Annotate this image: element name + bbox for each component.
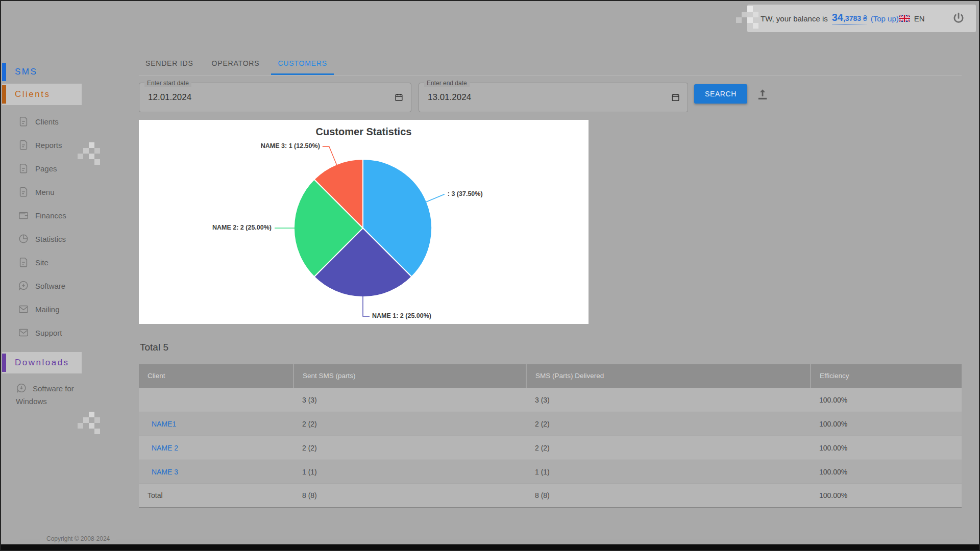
table-header-row: ClientSent SMS (parts)SMS (Parts) Delive… <box>139 364 962 388</box>
wallet-icon <box>18 210 29 221</box>
bottom-strip <box>1 544 979 550</box>
table-row: NAME 31 (1)1 (1)100.00% <box>139 460 962 484</box>
sidebar-item-software[interactable]: Software <box>1 274 139 297</box>
client-link[interactable]: NAME 2 <box>148 444 178 452</box>
copyright-text: Copyright © 2008-2024 <box>46 535 110 542</box>
sidebar-item-label: Software <box>35 282 65 290</box>
client-link[interactable]: NAME1 <box>148 420 176 428</box>
tab-sender-ids[interactable]: SENDER IDS <box>139 53 200 75</box>
sidebar-section-downloads[interactable]: Downloads <box>1 352 139 374</box>
balance-amount: 34 <box>832 12 843 23</box>
efficiency-cell: 100.00% <box>811 388 962 412</box>
sent-cell: 2 (2) <box>293 436 526 460</box>
envelope-icon <box>18 304 29 315</box>
sidebar-downloads-items: Software for Windows <box>1 382 139 408</box>
logout-button[interactable] <box>951 11 966 26</box>
column-header-sent-sms-parts: Sent SMS (parts) <box>293 364 526 388</box>
sidebar-item-site[interactable]: Site <box>1 251 139 274</box>
sidebar: SMS Clients Clients Reports Pages Menu F… <box>1 61 139 408</box>
tab-operators[interactable]: OPERATORS <box>205 53 266 75</box>
delivered-cell: 3 (3) <box>526 388 811 412</box>
tab-bar: SENDER IDSOPERATORSCUSTOMERS <box>139 53 962 76</box>
sidebar-item-software-for-windows[interactable]: Software for Windows <box>1 382 85 408</box>
sidebar-section-clients[interactable]: Clients <box>1 83 139 106</box>
search-button[interactable]: SEARCH <box>694 84 747 104</box>
topbar-account-panel: TW, your balance is 34,3783 ₴ (Top up) E… <box>747 5 976 32</box>
calendar-icon[interactable] <box>671 93 680 103</box>
calendar-icon[interactable] <box>394 93 404 103</box>
pie-chart-svg: : 3 (37.50%)NAME 1: 2 (25.00%)NAME 2: 2 … <box>139 120 589 324</box>
downloads-accent-bar <box>2 354 6 372</box>
document-icon <box>18 257 29 268</box>
pie-label: : 3 (37.50%) <box>448 190 483 197</box>
client-cell: NAME 2 <box>139 436 293 460</box>
efficiency-cell: 100.00% <box>811 484 962 508</box>
column-header-sms-parts-delivered: SMS (Parts) Delivered <box>526 364 811 388</box>
sidebar-item-label: Clients <box>35 117 59 126</box>
balance-fraction: ,3783 <box>843 14 861 22</box>
envelope-icon <box>18 327 29 338</box>
download-bubble-icon <box>18 280 29 291</box>
client-cell: NAME1 <box>139 412 293 436</box>
sidebar-item-mailing[interactable]: Mailing <box>1 297 139 321</box>
language-label: EN <box>914 14 925 23</box>
delivered-cell: 2 (2) <box>526 436 811 460</box>
sidebar-section-sms[interactable]: SMS <box>1 61 139 83</box>
document-icon <box>18 116 29 127</box>
sidebar-items: Clients Reports Pages Menu Finances Stat… <box>1 110 139 344</box>
chart-panel: Customer Statistics : 3 (37.50%)NAME 1: … <box>139 120 589 324</box>
table-row: NAME12 (2)2 (2)100.00% <box>139 412 962 436</box>
clients-accent-bar <box>2 85 6 104</box>
start-date-field[interactable]: Enter start date <box>139 83 411 112</box>
footer-divider <box>116 539 967 539</box>
sent-cell: 8 (8) <box>293 484 526 508</box>
efficiency-cell: 100.00% <box>811 436 962 460</box>
sms-accent-bar <box>2 63 6 81</box>
sidebar-item-label: Site <box>35 258 48 267</box>
table-row: 3 (3)3 (3)100.00% <box>139 388 962 412</box>
client-cell: NAME 3 <box>139 460 293 484</box>
balance-link[interactable]: 34,3783 ₴ <box>832 12 867 25</box>
sent-cell: 2 (2) <box>293 412 526 436</box>
table-row: NAME 22 (2)2 (2)100.00% <box>139 436 962 460</box>
sidebar-item-pages[interactable]: Pages <box>1 157 139 180</box>
pie-label: NAME 3: 1 (12.50%) <box>261 142 320 149</box>
efficiency-cell: 100.00% <box>811 460 962 484</box>
power-icon <box>951 11 966 26</box>
export-button[interactable] <box>755 87 770 101</box>
language-selector[interactable]: EN <box>899 14 925 23</box>
column-header-efficiency: Efficiency <box>811 364 962 388</box>
sidebar-item-label: Finances <box>35 211 66 220</box>
start-date-input[interactable] <box>147 83 351 112</box>
sidebar-item-label: Support <box>35 329 62 337</box>
top-up-link[interactable]: (Top up) <box>871 14 899 23</box>
end-date-field[interactable]: Enter end date <box>419 83 688 112</box>
end-date-input[interactable] <box>427 83 628 112</box>
document-icon <box>18 186 29 197</box>
sidebar-item-statistics[interactable]: Statistics <box>1 227 139 251</box>
sidebar-item-finances[interactable]: Finances <box>1 204 139 227</box>
pie-label: NAME 1: 2 (25.00%) <box>372 312 431 319</box>
sidebar-item-label: Reports <box>35 141 62 149</box>
client-link[interactable]: NAME 3 <box>148 468 178 476</box>
client-cell: Total <box>139 484 293 508</box>
document-icon <box>18 163 29 174</box>
sidebar-item-label: Pages <box>35 164 57 173</box>
app-root: { "top_bar": { "balance_prefix": "TW, yo… <box>0 0 980 551</box>
total-heading: Total 5 <box>140 342 168 353</box>
sidebar-item-label: Mailing <box>35 305 60 314</box>
sidebar-item-menu[interactable]: Menu <box>1 180 139 204</box>
sent-cell: 1 (1) <box>293 460 526 484</box>
sidebar-item-reports[interactable]: Reports <box>1 133 139 157</box>
sidebar-item-support[interactable]: Support <box>1 321 139 344</box>
delivered-cell: 2 (2) <box>526 412 811 436</box>
tab-customers[interactable]: CUSTOMERS <box>271 53 333 75</box>
footer-divider <box>20 539 40 539</box>
sidebar-item-clients[interactable]: Clients <box>1 110 139 133</box>
download-bubble-icon <box>16 384 33 393</box>
delivered-cell: 1 (1) <box>526 460 811 484</box>
pixel-decoration <box>78 412 101 435</box>
delivered-cell: 8 (8) <box>526 484 811 508</box>
pie-label-leader <box>363 296 370 316</box>
pie-label-leader <box>323 146 337 165</box>
